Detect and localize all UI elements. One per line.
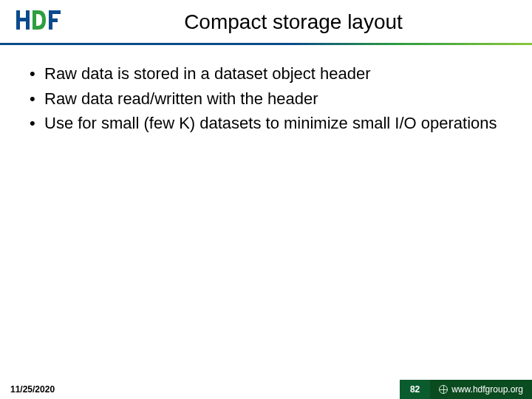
bullet-item: Raw data read/written with the header xyxy=(27,88,505,110)
svg-rect-5 xyxy=(49,18,58,22)
footer-page-number: 82 xyxy=(400,380,430,399)
slide: Compact storage layout Raw data is store… xyxy=(0,0,532,399)
footer-date: 11/25/2020 xyxy=(0,384,55,395)
slide-body: Raw data is stored in a dataset object h… xyxy=(0,45,532,399)
hdf-logo-icon xyxy=(15,7,62,37)
bullet-list: Raw data is stored in a dataset object h… xyxy=(27,63,505,134)
bullet-item: Use for small (few K) datasets to minimi… xyxy=(27,112,505,134)
footer-site: www.hdfgroup.org xyxy=(430,380,532,399)
footer-site-label: www.hdfgroup.org xyxy=(451,384,523,395)
slide-header: Compact storage layout xyxy=(0,0,532,37)
svg-rect-2 xyxy=(26,10,30,30)
slide-footer: 11/25/2020 82 www.hdfgroup.org xyxy=(0,380,532,399)
globe-icon xyxy=(439,385,448,394)
bullet-item: Raw data is stored in a dataset object h… xyxy=(27,63,505,85)
slide-title: Compact storage layout xyxy=(69,10,517,34)
